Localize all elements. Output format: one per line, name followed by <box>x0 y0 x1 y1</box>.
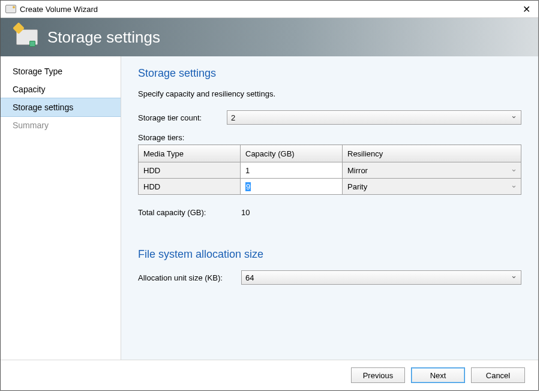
tier-row-0: HDD Mirror <box>139 162 521 179</box>
section-heading-storage: Storage settings <box>138 67 521 80</box>
allocation-unit-value: 64 <box>245 273 254 282</box>
tier0-capacity-input[interactable] <box>241 162 342 178</box>
tier1-capacity-cell[interactable]: 9 <box>241 179 343 195</box>
tier1-capacity-input[interactable]: 9 <box>245 182 251 191</box>
tier0-media: HDD <box>139 162 241 179</box>
section-subtitle: Specify capacity and resiliency settings… <box>138 89 521 98</box>
main-panel: Storage settings Specify capacity and re… <box>121 56 538 360</box>
step-storage-type[interactable]: Storage Type <box>1 62 121 80</box>
tiers-label: Storage tiers: <box>138 133 521 142</box>
storage-icon <box>16 29 38 45</box>
col-resiliency: Resiliency <box>343 145 521 162</box>
next-button[interactable]: Next <box>411 367 465 383</box>
step-capacity[interactable]: Capacity <box>1 80 121 98</box>
tier1-resiliency-select[interactable]: Parity <box>343 179 521 195</box>
tier0-capacity-cell[interactable] <box>241 162 343 179</box>
cancel-button[interactable]: Cancel <box>471 367 525 383</box>
allocation-unit-select[interactable]: 64 <box>241 270 521 285</box>
tier-count-label: Storage tier count: <box>138 113 227 122</box>
window-title: Create Volume Wizard <box>20 5 519 14</box>
table-header-row: Media Type Capacity (GB) Resiliency <box>139 145 521 162</box>
step-summary[interactable]: Summary <box>1 116 121 134</box>
tier-count-select[interactable]: 2 <box>227 110 521 125</box>
wizard-steps-sidebar: Storage Type Capacity Storage settings S… <box>1 56 121 360</box>
col-media-type: Media Type <box>139 145 241 162</box>
tier-row-1: HDD 9 Parity <box>139 179 521 195</box>
total-capacity-value: 10 <box>241 208 250 217</box>
wizard-window: Create Volume Wizard ✕ Storage settings … <box>0 0 539 391</box>
banner-title: Storage settings <box>47 28 160 47</box>
previous-button[interactable]: Previous <box>351 367 405 383</box>
close-icon[interactable]: ✕ <box>519 4 533 15</box>
tier-count-value: 2 <box>231 113 235 122</box>
total-capacity-label: Total capacity (GB): <box>138 208 227 217</box>
tier0-resiliency-select[interactable]: Mirror <box>343 162 521 179</box>
banner: Storage settings <box>1 18 538 56</box>
allocation-unit-label: Allocation unit size (KB): <box>138 273 241 282</box>
tier1-media: HDD <box>139 179 241 195</box>
titlebar: Create Volume Wizard ✕ <box>1 1 538 18</box>
app-icon <box>5 5 16 13</box>
wizard-footer: Previous Next Cancel <box>1 360 538 390</box>
storage-tiers-table: Media Type Capacity (GB) Resiliency HDD … <box>138 144 521 195</box>
step-storage-settings[interactable]: Storage settings <box>1 98 121 117</box>
col-capacity: Capacity (GB) <box>241 145 343 162</box>
section-heading-allocation: File system allocation size <box>138 248 521 261</box>
